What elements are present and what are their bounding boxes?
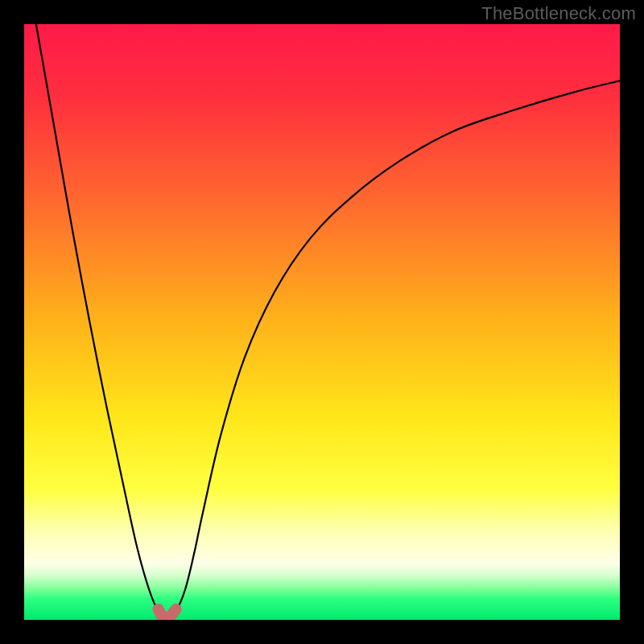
plot-area: [24, 24, 620, 620]
bottleneck-chart: [24, 24, 620, 620]
watermark-text: TheBottleneck.com: [481, 3, 636, 24]
gradient-background: [24, 24, 620, 620]
chart-frame: TheBottleneck.com: [0, 0, 644, 644]
